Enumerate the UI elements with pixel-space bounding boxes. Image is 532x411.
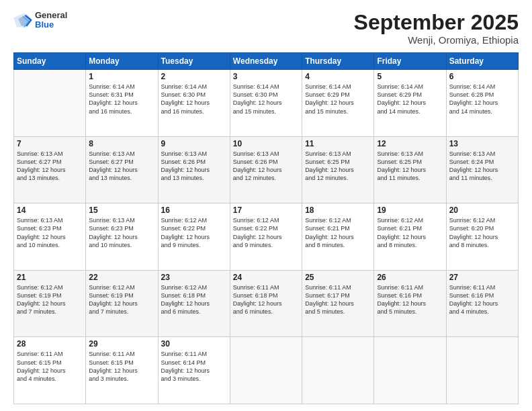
calendar-cell: 30Sunrise: 6:11 AM Sunset: 6:14 PM Dayli… [158, 337, 230, 404]
calendar-cell: 24Sunrise: 6:11 AM Sunset: 6:18 PM Dayli… [230, 270, 302, 337]
day-number: 19 [377, 205, 443, 215]
day-info: Sunrise: 6:13 AM Sunset: 6:23 PM Dayligh… [17, 216, 83, 249]
calendar-cell: 15Sunrise: 6:13 AM Sunset: 6:23 PM Dayli… [86, 203, 158, 271]
day-number: 28 [17, 339, 83, 349]
col-header-sunday: Sunday [14, 53, 86, 70]
day-info: Sunrise: 6:14 AM Sunset: 6:31 PM Dayligh… [89, 83, 154, 116]
calendar-cell: 5Sunrise: 6:14 AM Sunset: 6:29 PM Daylig… [374, 70, 446, 137]
calendar-table: SundayMondayTuesdayWednesdayThursdayFrid… [13, 52, 519, 404]
day-number: 4 [305, 72, 371, 81]
calendar-cell: 22Sunrise: 6:12 AM Sunset: 6:19 PM Dayli… [86, 270, 158, 337]
day-number: 29 [89, 339, 154, 349]
day-number: 15 [89, 205, 154, 215]
col-header-thursday: Thursday [302, 53, 374, 70]
calendar-cell [446, 337, 518, 404]
calendar-week-5: 28Sunrise: 6:11 AM Sunset: 6:15 PM Dayli… [14, 337, 519, 404]
logo: General Blue [13, 11, 67, 30]
calendar-cell: 19Sunrise: 6:12 AM Sunset: 6:21 PM Dayli… [374, 203, 446, 271]
calendar-header-row: SundayMondayTuesdayWednesdayThursdayFrid… [14, 53, 519, 70]
day-info: Sunrise: 6:14 AM Sunset: 6:30 PM Dayligh… [233, 83, 299, 116]
day-number: 30 [161, 339, 227, 349]
day-number: 17 [233, 205, 299, 215]
calendar-cell: 21Sunrise: 6:12 AM Sunset: 6:19 PM Dayli… [14, 270, 86, 337]
day-number: 22 [89, 273, 154, 282]
calendar-cell [230, 337, 302, 404]
day-info: Sunrise: 6:13 AM Sunset: 6:23 PM Dayligh… [89, 216, 154, 249]
day-info: Sunrise: 6:11 AM Sunset: 6:16 PM Dayligh… [449, 283, 515, 316]
logo-blue: Blue [35, 20, 67, 30]
calendar-cell: 25Sunrise: 6:11 AM Sunset: 6:17 PM Dayli… [302, 270, 374, 337]
day-number: 20 [449, 205, 515, 215]
calendar-cell [302, 337, 374, 404]
logo-icon [13, 11, 32, 30]
calendar-cell: 28Sunrise: 6:11 AM Sunset: 6:15 PM Dayli… [14, 337, 86, 404]
logo-text: General Blue [35, 11, 67, 30]
day-number: 24 [233, 273, 299, 282]
calendar-cell: 14Sunrise: 6:13 AM Sunset: 6:23 PM Dayli… [14, 203, 86, 271]
calendar-week-3: 14Sunrise: 6:13 AM Sunset: 6:23 PM Dayli… [14, 203, 519, 271]
calendar-cell: 11Sunrise: 6:13 AM Sunset: 6:25 PM Dayli… [302, 136, 374, 203]
col-header-wednesday: Wednesday [230, 53, 302, 70]
day-number: 13 [449, 139, 515, 148]
page-header: General Blue September 2025 Wenji, Oromi… [13, 11, 519, 46]
calendar-cell: 10Sunrise: 6:13 AM Sunset: 6:26 PM Dayli… [230, 136, 302, 203]
day-number: 6 [449, 72, 515, 81]
day-number: 7 [17, 139, 83, 148]
calendar-cell: 1Sunrise: 6:14 AM Sunset: 6:31 PM Daylig… [86, 70, 158, 137]
calendar-cell: 2Sunrise: 6:14 AM Sunset: 6:30 PM Daylig… [158, 70, 230, 137]
logo-general: General [35, 11, 67, 20]
calendar-cell: 7Sunrise: 6:13 AM Sunset: 6:27 PM Daylig… [14, 136, 86, 203]
day-info: Sunrise: 6:14 AM Sunset: 6:29 PM Dayligh… [377, 83, 443, 116]
col-header-tuesday: Tuesday [158, 53, 230, 70]
calendar-cell: 12Sunrise: 6:13 AM Sunset: 6:25 PM Dayli… [374, 136, 446, 203]
day-info: Sunrise: 6:13 AM Sunset: 6:26 PM Dayligh… [161, 150, 227, 183]
day-info: Sunrise: 6:14 AM Sunset: 6:30 PM Dayligh… [161, 83, 227, 116]
day-info: Sunrise: 6:13 AM Sunset: 6:24 PM Dayligh… [449, 150, 515, 183]
day-info: Sunrise: 6:13 AM Sunset: 6:27 PM Dayligh… [89, 150, 154, 183]
calendar-week-1: 1Sunrise: 6:14 AM Sunset: 6:31 PM Daylig… [14, 70, 519, 137]
calendar-cell: 16Sunrise: 6:12 AM Sunset: 6:22 PM Dayli… [158, 203, 230, 271]
calendar-cell: 26Sunrise: 6:11 AM Sunset: 6:16 PM Dayli… [374, 270, 446, 337]
calendar-cell: 27Sunrise: 6:11 AM Sunset: 6:16 PM Dayli… [446, 270, 518, 337]
day-info: Sunrise: 6:14 AM Sunset: 6:29 PM Dayligh… [305, 83, 371, 116]
calendar-cell: 13Sunrise: 6:13 AM Sunset: 6:24 PM Dayli… [446, 136, 518, 203]
day-number: 21 [17, 273, 83, 282]
month-title: September 2025 [354, 11, 519, 34]
day-number: 25 [305, 273, 371, 282]
day-number: 2 [161, 72, 227, 81]
day-number: 8 [89, 139, 154, 148]
day-number: 9 [161, 139, 227, 148]
calendar-cell: 29Sunrise: 6:11 AM Sunset: 6:15 PM Dayli… [86, 337, 158, 404]
day-number: 14 [17, 205, 83, 215]
calendar-cell: 6Sunrise: 6:14 AM Sunset: 6:28 PM Daylig… [446, 70, 518, 137]
day-number: 27 [449, 273, 515, 282]
calendar-cell: 17Sunrise: 6:12 AM Sunset: 6:22 PM Dayli… [230, 203, 302, 271]
day-number: 16 [161, 205, 227, 215]
day-info: Sunrise: 6:12 AM Sunset: 6:22 PM Dayligh… [233, 216, 299, 249]
day-info: Sunrise: 6:12 AM Sunset: 6:18 PM Dayligh… [161, 283, 227, 316]
calendar-cell: 23Sunrise: 6:12 AM Sunset: 6:18 PM Dayli… [158, 270, 230, 337]
day-number: 5 [377, 72, 443, 81]
day-info: Sunrise: 6:13 AM Sunset: 6:25 PM Dayligh… [305, 150, 371, 183]
day-info: Sunrise: 6:13 AM Sunset: 6:26 PM Dayligh… [233, 150, 299, 183]
day-info: Sunrise: 6:14 AM Sunset: 6:28 PM Dayligh… [449, 83, 515, 116]
day-info: Sunrise: 6:12 AM Sunset: 6:20 PM Dayligh… [449, 216, 515, 249]
col-header-saturday: Saturday [446, 53, 518, 70]
calendar-week-2: 7Sunrise: 6:13 AM Sunset: 6:27 PM Daylig… [14, 136, 519, 203]
day-number: 18 [305, 205, 371, 215]
day-info: Sunrise: 6:11 AM Sunset: 6:14 PM Dayligh… [161, 350, 227, 383]
day-number: 23 [161, 273, 227, 282]
calendar-cell: 18Sunrise: 6:12 AM Sunset: 6:21 PM Dayli… [302, 203, 374, 271]
location-subtitle: Wenji, Oromiya, Ethiopia [354, 34, 519, 46]
day-info: Sunrise: 6:13 AM Sunset: 6:25 PM Dayligh… [377, 150, 443, 183]
calendar-cell: 4Sunrise: 6:14 AM Sunset: 6:29 PM Daylig… [302, 70, 374, 137]
calendar-cell: 3Sunrise: 6:14 AM Sunset: 6:30 PM Daylig… [230, 70, 302, 137]
col-header-friday: Friday [374, 53, 446, 70]
col-header-monday: Monday [86, 53, 158, 70]
title-block: September 2025 Wenji, Oromiya, Ethiopia [354, 11, 519, 46]
day-number: 12 [377, 139, 443, 148]
day-info: Sunrise: 6:11 AM Sunset: 6:15 PM Dayligh… [17, 350, 83, 383]
day-number: 1 [89, 72, 154, 81]
day-info: Sunrise: 6:12 AM Sunset: 6:19 PM Dayligh… [89, 283, 154, 316]
day-number: 11 [305, 139, 371, 148]
